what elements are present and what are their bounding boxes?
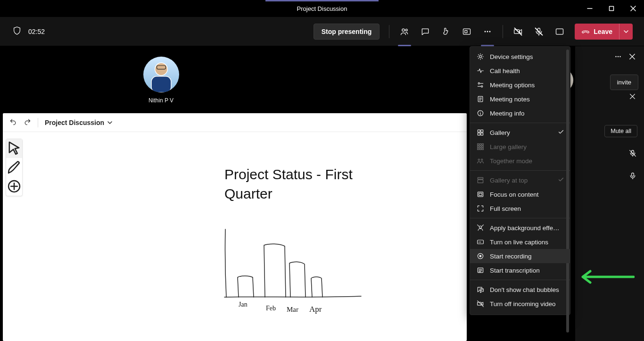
- svg-line-11: [515, 28, 522, 35]
- chart-label-mar: Mar: [287, 306, 298, 314]
- svg-rect-65: [478, 192, 483, 197]
- undo-icon[interactable]: [9, 118, 17, 127]
- svg-rect-7: [465, 30, 467, 33]
- participant-tile[interactable]: Nithin P V: [0, 46, 322, 110]
- menu-large-gallery: Large gallery: [470, 140, 570, 154]
- menu-label: Gallery at top: [490, 177, 528, 184]
- invite-button[interactable]: invite: [610, 75, 638, 90]
- svg-rect-64: [478, 180, 483, 183]
- menu-start-recording[interactable]: Start recording: [470, 249, 570, 263]
- mute-all-label: Mute all: [611, 128, 631, 134]
- menu-label: Turn off incoming video: [490, 300, 556, 308]
- menu-incoming-video[interactable]: Turn off incoming video: [470, 297, 570, 311]
- svg-point-47: [480, 111, 480, 112]
- menu-meeting-info[interactable]: Meeting info: [470, 106, 570, 120]
- leave-button[interactable]: Leave: [575, 24, 619, 40]
- chat-icon[interactable]: [415, 22, 436, 41]
- participant-mic-off-icon[interactable]: [629, 150, 636, 159]
- menu-device-settings[interactable]: Device settings: [470, 50, 570, 64]
- svg-rect-51: [481, 133, 483, 135]
- svg-point-73: [479, 255, 482, 258]
- svg-point-10: [489, 31, 491, 32]
- menu-label: Focus on content: [490, 191, 539, 198]
- menu-label: Meeting info: [490, 110, 525, 117]
- svg-point-26: [619, 56, 620, 57]
- camera-off-icon[interactable]: [508, 22, 528, 41]
- mic-off-icon[interactable]: [528, 22, 549, 41]
- whiteboard-heading: Project Status - First Quarter: [224, 165, 353, 203]
- menu-separator: [470, 218, 570, 218]
- menu-label: Turn on live captions: [490, 239, 548, 246]
- whiteboard-canvas[interactable]: Project Status - First Quarter Jan Feb M…: [3, 132, 467, 341]
- svg-rect-6: [463, 29, 471, 34]
- participant-mic-on-icon[interactable]: [629, 172, 636, 182]
- whiteboard-title[interactable]: Project Discussion: [45, 119, 113, 126]
- mute-all-button[interactable]: Mute all: [604, 125, 637, 137]
- menu-meeting-notes[interactable]: Meeting notes: [470, 92, 570, 106]
- svg-point-8: [485, 31, 486, 32]
- menu-chat-bubbles[interactable]: Don't show chat bubbles: [470, 283, 570, 297]
- stop-presenting-button[interactable]: Stop presenting: [314, 24, 380, 40]
- menu-gallery[interactable]: Gallery: [470, 125, 570, 140]
- menu-separator: [470, 280, 570, 280]
- call-timer: 02:52: [28, 28, 45, 35]
- invite-close-icon[interactable]: [629, 93, 636, 101]
- menu-label: Meeting options: [490, 82, 535, 89]
- menu-label: Apply background effe…: [490, 225, 560, 232]
- svg-point-9: [487, 31, 488, 32]
- menu-apply-background[interactable]: Apply background effe…: [470, 221, 570, 235]
- menu-label: Together mode: [490, 158, 532, 165]
- shield-icon: [13, 26, 21, 37]
- svg-rect-63: [478, 177, 483, 179]
- svg-point-39: [481, 86, 483, 87]
- menu-label: Don't show chat bubbles: [490, 286, 559, 293]
- svg-point-25: [618, 56, 619, 57]
- close-button[interactable]: [622, 0, 644, 17]
- svg-rect-52: [478, 144, 479, 145]
- menu-separator: [470, 123, 570, 123]
- svg-rect-34: [632, 173, 634, 176]
- panel-more-icon[interactable]: [614, 52, 622, 63]
- avatar: [143, 57, 179, 92]
- menu-label: Start recording: [490, 253, 532, 260]
- invite-label: invite: [617, 79, 631, 86]
- menu-focus-on-content[interactable]: Focus on content: [470, 187, 570, 201]
- separator: [503, 25, 503, 38]
- menu-start-transcription[interactable]: Start transcription: [470, 263, 570, 277]
- menu-full-screen[interactable]: Full screen: [470, 201, 570, 216]
- panel-close-icon[interactable]: [629, 53, 636, 62]
- whiteboard-title-text: Project Discussion: [45, 119, 104, 126]
- chart-label-jan: Jan: [239, 301, 248, 308]
- svg-rect-53: [479, 144, 481, 145]
- svg-point-61: [478, 159, 479, 160]
- svg-point-62: [481, 159, 483, 160]
- svg-rect-50: [478, 133, 480, 135]
- menu-label: Start transcription: [490, 267, 540, 274]
- people-icon[interactable]: [394, 22, 415, 41]
- reactions-icon[interactable]: [436, 22, 456, 41]
- share-icon[interactable]: [549, 22, 570, 41]
- maximize-button[interactable]: [601, 0, 622, 17]
- minimize-button[interactable]: [579, 0, 601, 17]
- svg-rect-55: [478, 146, 479, 147]
- rooms-icon[interactable]: [456, 22, 477, 41]
- check-icon: [558, 176, 564, 184]
- menu-separator: [470, 170, 570, 171]
- leave-caret-button[interactable]: [619, 24, 633, 40]
- menu-call-health[interactable]: Call health: [470, 64, 570, 78]
- svg-line-68: [478, 225, 479, 226]
- menu-label: Gallery: [490, 129, 510, 136]
- more-actions-icon[interactable]: [477, 22, 498, 41]
- active-tab-indicator: [265, 0, 379, 1]
- menu-label: Meeting notes: [490, 96, 530, 103]
- menu-live-captions[interactable]: ccTurn on live captions: [470, 235, 570, 249]
- menu-gallery-at-top: Gallery at top: [470, 173, 570, 187]
- svg-point-67: [479, 226, 482, 228]
- svg-rect-60: [482, 148, 483, 150]
- menu-label: Device settings: [490, 53, 533, 60]
- leave-label: Leave: [594, 28, 612, 35]
- svg-point-36: [479, 56, 482, 58]
- menu-label: Call health: [490, 67, 520, 75]
- menu-meeting-options[interactable]: Meeting options: [470, 78, 570, 92]
- redo-icon[interactable]: [24, 118, 31, 127]
